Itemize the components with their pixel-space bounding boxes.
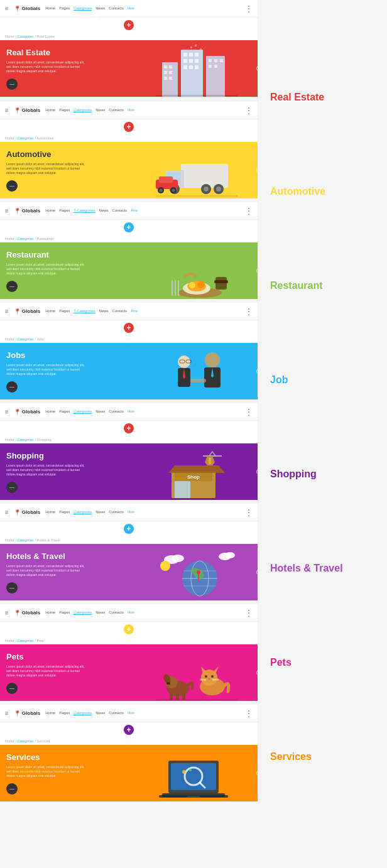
hero-btn-real-estate[interactable]: —: [6, 79, 18, 90]
shopping-svg: Shop: [156, 447, 237, 500]
add-button-6[interactable]: +: [124, 524, 134, 534]
svg-rect-8: [164, 77, 167, 80]
nav-hire-3[interactable]: Hire: [131, 209, 138, 213]
svg-point-46: [189, 282, 195, 288]
nav-dots-8[interactable]: ⋮: [245, 709, 253, 718]
nav-dots-7[interactable]: ⋮: [245, 609, 253, 617]
nav-news-6[interactable]: News: [95, 510, 105, 514]
nav-home-7[interactable]: Home: [45, 610, 55, 615]
nav-hire-8[interactable]: Hire: [128, 711, 134, 715]
nav-hire-7[interactable]: Hire: [128, 610, 134, 615]
nav-categories[interactable]: Categories: [74, 6, 92, 11]
nav-categories-2[interactable]: Categories: [74, 108, 92, 112]
nav-news-4[interactable]: News: [99, 309, 109, 313]
nav-news-8[interactable]: News: [95, 711, 105, 715]
nav-categories-8[interactable]: Categories: [74, 711, 92, 715]
nav-dots-6[interactable]: ⋮: [245, 508, 253, 517]
hamburger-icon-7[interactable]: ≡: [5, 609, 9, 616]
nav-contacts-5[interactable]: Contacts: [109, 410, 124, 414]
nav-home-6[interactable]: Home: [45, 510, 55, 514]
nav-categories-4[interactable]: T-Categories: [74, 309, 95, 313]
nav-hire-4[interactable]: Hire: [131, 309, 138, 313]
nav-categories-6[interactable]: Categories: [74, 510, 92, 514]
nav-home-5[interactable]: Home: [45, 410, 55, 414]
logo-pin-6: 📍: [14, 509, 21, 516]
hero-btn-pets[interactable]: —: [6, 683, 18, 694]
nav-dots[interactable]: ⋮: [245, 4, 253, 13]
svg-rect-50: [175, 280, 176, 296]
hero-hotels: Hotels & Travel Lorem ipsum dolor sit am…: [0, 544, 258, 600]
category-services: ≡ 📍 Globals Home Pages Categories News C…: [0, 705, 258, 808]
nav-news[interactable]: News: [95, 6, 105, 11]
nav-categories-5[interactable]: Categories: [74, 410, 92, 414]
nav-contacts-2[interactable]: Contacts: [109, 108, 124, 112]
nav-contacts-4[interactable]: Contacts: [112, 309, 128, 313]
nav-contacts-6[interactable]: Contacts: [109, 510, 124, 514]
nav-dots-5[interactable]: ⋮: [245, 408, 253, 416]
nav-categories-3[interactable]: T-Categories: [74, 209, 95, 213]
hero-btn-automotive[interactable]: —: [6, 180, 18, 192]
nav-home-2[interactable]: Home: [45, 108, 55, 112]
nav-categories-7[interactable]: Categories: [74, 610, 92, 615]
nav-pages[interactable]: Pages: [59, 6, 70, 11]
logo-7: 📍 Globals: [14, 610, 40, 616]
nav-home[interactable]: Home: [45, 6, 55, 11]
nav-pages-5[interactable]: Pages: [59, 410, 70, 414]
add-button-1[interactable]: +: [124, 20, 134, 30]
nav-pages-7[interactable]: Pages: [59, 610, 70, 615]
nav-dots-3[interactable]: ⋮: [245, 207, 253, 215]
nav-home-8[interactable]: Home: [45, 711, 55, 715]
hamburger-icon-6[interactable]: ≡: [5, 509, 9, 516]
hamburger-icon[interactable]: ≡: [5, 5, 9, 12]
nav-hire-5[interactable]: Hire: [128, 410, 134, 414]
nav-pages-4[interactable]: Pages: [59, 309, 70, 313]
add-button-5[interactable]: +: [124, 423, 134, 433]
nav-news-3[interactable]: News: [99, 209, 109, 213]
hero-btn-hotels[interactable]: —: [6, 582, 18, 594]
hamburger-icon-4[interactable]: ≡: [5, 308, 9, 315]
nav-contacts-8[interactable]: Contacts: [109, 711, 124, 715]
slide-indicator-3: [256, 268, 258, 274]
hero-btn-restaurant[interactable]: —: [6, 281, 18, 292]
svg-rect-6: [164, 71, 167, 74]
hamburger-icon-3[interactable]: ≡: [5, 207, 9, 214]
nav-home-3[interactable]: Home: [45, 209, 55, 213]
slide-indicator-1: [256, 65, 258, 72]
nav-hire-6[interactable]: Hire: [128, 510, 134, 514]
nav-news-2[interactable]: News: [95, 108, 105, 112]
add-button-7[interactable]: +: [124, 624, 134, 634]
nav-home-4[interactable]: Home: [45, 309, 55, 313]
hamburger-icon-5[interactable]: ≡: [5, 408, 9, 415]
nav-news-5[interactable]: News: [95, 410, 105, 414]
add-button-8[interactable]: +: [124, 725, 134, 735]
svg-rect-52: [178, 280, 179, 296]
hero-btn-services[interactable]: —: [6, 783, 18, 795]
hero-btn-jobs[interactable]: —: [6, 381, 18, 393]
nav-pages-6[interactable]: Pages: [59, 510, 70, 514]
svg-rect-63: [175, 481, 190, 498]
svg-rect-0: [190, 46, 192, 48]
nav-contacts-7[interactable]: Contacts: [109, 610, 124, 615]
nav-pages-3[interactable]: Pages: [59, 209, 70, 213]
svg-point-76: [225, 552, 235, 558]
hero-btn-shopping[interactable]: —: [6, 482, 18, 493]
hamburger-icon-8[interactable]: ≡: [5, 710, 9, 717]
nav-contacts-3[interactable]: Contacts: [112, 209, 128, 213]
nav-hire[interactable]: Hire: [128, 6, 134, 11]
nav-dots-4[interactable]: ⋮: [245, 307, 253, 316]
nav-pages-8[interactable]: Pages: [59, 711, 70, 715]
hamburger-icon-2[interactable]: ≡: [5, 107, 9, 114]
nav-news-7[interactable]: News: [95, 610, 105, 615]
add-button-4[interactable]: +: [124, 323, 134, 333]
nav-dots-2[interactable]: ⋮: [245, 106, 253, 115]
logo-text-3: Globals: [22, 208, 40, 214]
hero-content-restaurant: Restaurant Lorem ipsum dolor sit amet, c…: [0, 242, 135, 299]
nav-contacts[interactable]: Contacts: [109, 6, 124, 11]
nav-links-8: Home Pages Categories News Contacts Hire: [45, 711, 245, 715]
svg-point-93: [208, 678, 210, 680]
add-button-3[interactable]: +: [124, 222, 134, 232]
nav-hire-2[interactable]: Hire: [128, 108, 134, 112]
add-button-2[interactable]: +: [124, 122, 134, 132]
nav-pages-2[interactable]: Pages: [59, 108, 70, 112]
svg-rect-86: [182, 693, 185, 700]
